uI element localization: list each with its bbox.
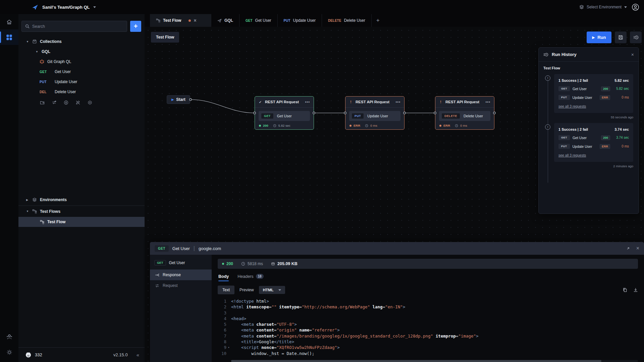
tab-label: Update User (293, 18, 316, 23)
tab-update-user[interactable]: PUT Update User (278, 14, 322, 27)
sidebar-folder-gql[interactable]: ▼ GQL (18, 47, 145, 57)
see-all-requests-link[interactable]: see all 3 requests (558, 153, 586, 157)
divider: | (194, 245, 195, 251)
node-menu-icon[interactable]: ••• (395, 100, 400, 104)
horizontal-scrollbar[interactable] (231, 360, 638, 362)
node-update-user[interactable]: ! REST API Request ••• PUT Update User E… (345, 96, 405, 130)
rail-community-button[interactable] (0, 329, 18, 345)
run-request-row: PUT Update User ERR 0 ms (558, 144, 629, 149)
run-history-button[interactable] (630, 32, 642, 43)
status-dot-icon (350, 125, 352, 127)
expand-icon[interactable] (626, 246, 630, 251)
select-environment-button[interactable]: Select Environment (579, 5, 627, 9)
rail-collections-button[interactable] (0, 29, 18, 45)
scrollbar-thumb[interactable] (231, 360, 601, 362)
node-request-chip[interactable]: PUT Update User (349, 111, 400, 121)
search-input[interactable] (32, 24, 123, 29)
node-status: ERR 0 ms (435, 123, 494, 128)
left-rail (0, 14, 18, 362)
close-run-history-icon[interactable]: × (631, 52, 634, 57)
new-tab-button[interactable]: + (372, 14, 384, 27)
response-branch-icon (155, 273, 159, 277)
chevron-down-icon: ▼ (26, 40, 29, 43)
close-response-panel-icon[interactable]: × (636, 246, 639, 251)
response-status-bar: 200 5818 ms 205.09 KB (218, 259, 638, 269)
run-card[interactable]: 1 Success | 2 fail 3.74 sec GET Get User… (554, 123, 633, 162)
rail-home-button[interactable] (0, 14, 18, 29)
timeline-marker-icon: ! (545, 75, 550, 81)
tab-gql[interactable]: GQL (211, 14, 239, 27)
nav-item-request[interactable]: Request (150, 280, 212, 291)
tab-headers[interactable]: Headers 18 (237, 274, 263, 281)
node-menu-icon[interactable]: ••• (485, 100, 490, 104)
test-flow-label: Test Flow (47, 220, 65, 224)
node-request-chip[interactable]: DELETE Delete User (439, 111, 490, 121)
tree-spacer (18, 227, 145, 347)
code-actions (623, 288, 638, 292)
sidebar-item-delete-user[interactable]: DEL Delete User (18, 87, 145, 97)
collections-grid-icon (6, 34, 12, 41)
graphql-settings-icon[interactable] (88, 100, 92, 105)
status-code: ERR (443, 124, 450, 127)
rail-settings-button[interactable] (0, 345, 18, 360)
code-line: 1<!doctype html> (218, 298, 638, 304)
run-button[interactable]: ▶ Run (587, 32, 611, 43)
add-button[interactable]: + (130, 21, 141, 32)
node-delete-user[interactable]: ! REST API Request ••• DELETE Delete Use… (435, 96, 494, 130)
folder-add-icon[interactable] (40, 100, 45, 105)
download-icon[interactable] (633, 288, 638, 292)
sidebar-item-get-user[interactable]: GET Get User (18, 67, 145, 77)
method-label: PUT (40, 80, 52, 84)
layers-icon (32, 197, 37, 202)
workspace-name[interactable]: Sanil's Team/Graph QL (42, 5, 90, 10)
response-panel-header[interactable]: GET Get User | google.com × (150, 242, 644, 255)
import-icon[interactable] (52, 100, 57, 105)
fold-caret-icon[interactable]: ▾ (226, 345, 231, 350)
start-node[interactable]: ▶ Start (167, 95, 190, 104)
sidebar-item-test-flow[interactable]: Test Flow (18, 217, 145, 227)
close-tab-icon[interactable]: × (194, 18, 196, 23)
timeline-marker-icon: ! (545, 124, 550, 130)
account-icon[interactable] (632, 3, 639, 11)
view-text-button[interactable]: Text (218, 286, 234, 294)
tab-delete-user[interactable]: DELETE Delete User (322, 14, 372, 27)
sidebar-item-update-user[interactable]: PUT Update User (18, 77, 145, 87)
code-line: 3 (218, 310, 638, 316)
no-code-icon[interactable] (75, 100, 80, 105)
view-preview-button[interactable]: Preview (239, 288, 254, 292)
format-select[interactable]: HTML (259, 286, 285, 294)
github-star-count[interactable]: 332 (35, 352, 42, 357)
search-box[interactable] (21, 21, 127, 32)
sidebar-item-test-flows[interactable]: ▼ Test Flows (18, 205, 145, 217)
node-request-chip[interactable]: GET Get User (259, 111, 310, 121)
collection-toolbar (18, 97, 145, 108)
package-icon (271, 262, 275, 266)
workspace-caret-icon[interactable] (93, 6, 96, 8)
firecamp-logo-icon (32, 4, 38, 10)
tab-get-user[interactable]: GET Get User (239, 14, 278, 27)
node-get-user[interactable]: ✓ REST API Request ••• GET Get User 200 … (255, 96, 314, 130)
sidebar-item-collections[interactable]: ▼ Collections (18, 37, 145, 47)
request-name: Delete User (464, 114, 483, 118)
code-line: 6 <meta content="origin" name="referrer"… (218, 327, 638, 333)
flow-canvas[interactable]: Test Flow ▶ Run (145, 27, 644, 362)
tab-test-flow[interactable]: Test Flow × (150, 14, 211, 27)
github-icon[interactable] (25, 352, 32, 358)
request-name: Get User (169, 260, 185, 265)
nav-item-response[interactable]: Response (150, 269, 212, 280)
see-all-requests-link[interactable]: see all 3 requests (558, 104, 586, 108)
collapse-sidebar-button[interactable]: « (137, 352, 139, 358)
save-button[interactable] (615, 32, 627, 43)
tab-body[interactable]: Body (218, 274, 229, 281)
copy-icon[interactable] (623, 288, 627, 292)
sidebar-item-git-graphql[interactable]: Git Graph QL (18, 57, 145, 67)
socket-icon[interactable] (64, 100, 68, 105)
status-badge: 200 (601, 135, 610, 140)
node-menu-icon[interactable]: ••• (305, 100, 310, 104)
sidebar-item-environments[interactable]: ▶ Environments (18, 194, 145, 205)
run-card[interactable]: 1 Success | 2 fail 5.82 sec GET Get User… (554, 74, 633, 113)
request-name: Get User (573, 87, 598, 91)
tab-label: Get User (255, 18, 271, 23)
run-label: Run (597, 35, 606, 40)
code-editor[interactable]: 1<!doctype html>2<html itemscope="" item… (218, 298, 638, 362)
